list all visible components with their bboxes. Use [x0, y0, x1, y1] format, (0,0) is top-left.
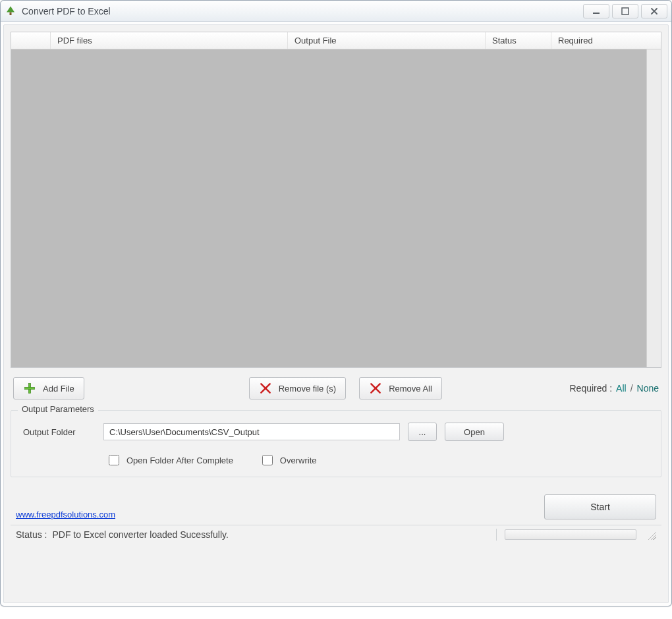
required-separator: / — [630, 383, 633, 394]
col-status[interactable]: Status — [486, 32, 551, 49]
browse-button[interactable]: ... — [408, 423, 437, 441]
start-button[interactable]: Start — [544, 494, 656, 519]
output-folder-input[interactable] — [103, 423, 400, 440]
add-file-button[interactable]: Add File — [13, 377, 84, 399]
output-folder-row: Output Folder ... Open — [20, 423, 652, 441]
svg-rect-3 — [622, 8, 629, 15]
col-required[interactable]: Required — [551, 32, 617, 49]
statusbar: Status : PDF to Excel converter loaded S… — [11, 525, 661, 543]
window-title: Convert PDF to Excel — [22, 6, 111, 16]
output-parameters-legend: Output Parameters — [18, 404, 98, 414]
toolbar: Add File Remove file (s) Remove All Requ… — [11, 368, 661, 407]
open-after-label: Open Folder After Complete — [126, 456, 233, 465]
overwrite-label: Overwrite — [280, 456, 317, 465]
col-output-file[interactable]: Output File — [288, 32, 486, 49]
svg-marker-0 — [7, 6, 14, 12]
file-list-header: PDF files Output File Status Required — [11, 32, 661, 49]
website-link[interactable]: www.freepdfsolutions.com — [16, 510, 115, 519]
output-folder-label: Output Folder — [23, 427, 96, 437]
overwrite-checkbox-input[interactable] — [262, 455, 273, 465]
required-label: Required : — [569, 383, 612, 394]
statusbar-divider — [496, 529, 497, 541]
required-all-link[interactable]: All — [616, 383, 627, 394]
progress-bar — [505, 529, 636, 540]
overwrite-checkbox[interactable]: Overwrite — [260, 453, 317, 467]
close-button[interactable] — [641, 4, 667, 18]
app-window: Convert PDF to Excel PDF files Output Fi… — [0, 0, 672, 606]
file-list-scrollbar[interactable] — [646, 49, 661, 367]
x-red-icon — [259, 382, 272, 395]
titlebar[interactable]: Convert PDF to Excel — [1, 1, 671, 22]
resize-grip[interactable] — [646, 529, 656, 540]
open-after-checkbox-input[interactable] — [109, 455, 119, 465]
minimize-button[interactable] — [583, 4, 609, 18]
open-folder-button[interactable]: Open — [445, 423, 504, 441]
svg-rect-5 — [25, 387, 35, 389]
footer-row: www.freepdfsolutions.com Start — [11, 477, 661, 525]
app-icon — [5, 5, 16, 17]
remove-files-button[interactable]: Remove file (s) — [249, 377, 346, 399]
status-prefix: Status : — [16, 529, 47, 540]
add-file-label: Add File — [43, 384, 74, 394]
status-message: PDF to Excel converter loaded Sucessfull… — [52, 529, 228, 540]
remove-all-button[interactable]: Remove All — [359, 377, 442, 399]
output-options-row: Open Folder After Complete Overwrite — [20, 453, 652, 467]
maximize-button[interactable] — [612, 4, 638, 18]
file-list[interactable]: PDF files Output File Status Required — [11, 32, 661, 368]
required-none-link[interactable]: None — [637, 383, 659, 394]
x-red-icon — [369, 382, 382, 395]
svg-rect-2 — [593, 13, 600, 14]
client-area: PDF files Output File Status Required Ad… — [3, 24, 669, 603]
output-parameters-group: Output Parameters Output Folder ... Open… — [11, 410, 661, 477]
open-after-checkbox[interactable]: Open Folder After Complete — [106, 453, 233, 467]
file-list-body[interactable] — [11, 49, 646, 367]
col-blank[interactable] — [11, 32, 51, 49]
plus-icon — [23, 382, 36, 395]
svg-rect-1 — [10, 12, 12, 15]
remove-files-label: Remove file (s) — [279, 384, 336, 394]
col-pdf-files[interactable]: PDF files — [51, 32, 288, 49]
remove-all-label: Remove All — [389, 384, 432, 394]
required-block: Required : All / None — [569, 383, 659, 394]
